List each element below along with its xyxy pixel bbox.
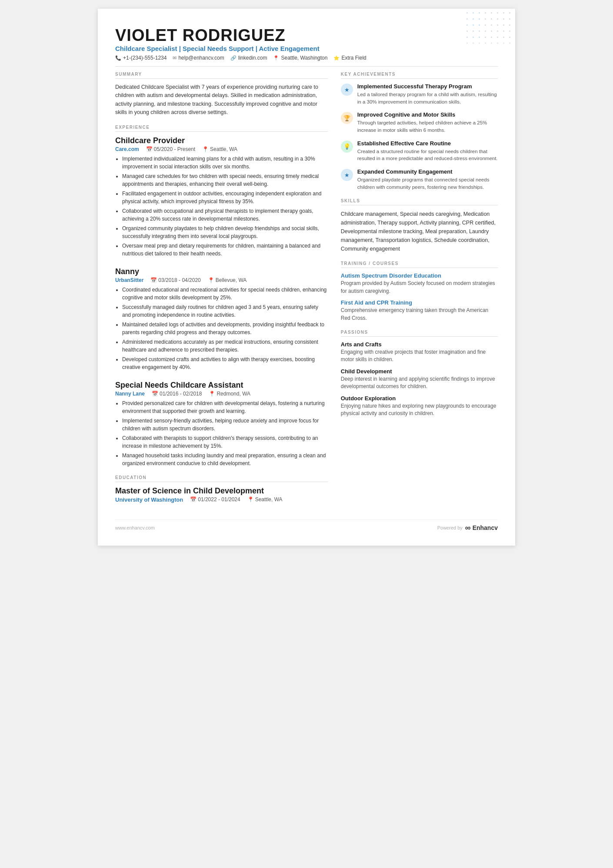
job-1-bullets: Implemented individualized learning plan… (115, 155, 328, 258)
achievement-4-icon: ★ (341, 169, 353, 181)
job-3: Special Needs Childcare Assistant Nanny … (115, 381, 328, 467)
job-1: Childcare Provider Care.com 📅 05/2020 - … (115, 136, 328, 258)
resume-page: VIOLET RODRIGUEZ Childcare Specialist | … (98, 9, 515, 546)
skills-text: Childcare management, Special needs care… (341, 210, 498, 253)
achievement-4-content: Expanded Community Engagement Organized … (357, 168, 498, 191)
edu-dates: 📅 01/2022 - 01/2024 (190, 496, 240, 503)
summary-section: SUMMARY Dedicated Childcare Specialist w… (115, 72, 328, 117)
training-2-title: First Aid and CPR Training (341, 299, 498, 306)
achievement-3-icon: 💡 (341, 141, 353, 153)
bullet: Developed customized crafts and activiti… (122, 355, 328, 371)
skills-title: SKILLS (341, 198, 498, 205)
summary-text: Dedicated Childcare Specialist with 7 ye… (115, 83, 328, 117)
passion-2-title: Child Development (341, 368, 498, 375)
bullet: Managed household tasks including laundr… (122, 452, 328, 467)
degree-title: Master of Science in Child Development (115, 486, 328, 496)
loc-icon-1: 📍 (202, 146, 209, 152)
achievement-4-desc: Organized playdate programs that connect… (357, 176, 498, 191)
bullet: Successfully managed daily routines for … (122, 303, 328, 319)
education-section: EDUCATION Master of Science in Child Dev… (115, 475, 328, 503)
job-1-dates: 📅 05/2020 - Present (146, 146, 195, 152)
header: VIOLET RODRIGUEZ Childcare Specialist | … (115, 26, 498, 61)
candidate-title: Childcare Specialist | Special Needs Sup… (115, 45, 498, 52)
email-icon: ✉ (173, 55, 177, 61)
job-2-meta: UrbanSitter 📅 03/2018 - 04/2020 📍 Bellev… (115, 277, 328, 283)
achievements-section: KEY ACHIEVEMENTS ★ Implemented Successfu… (341, 72, 498, 191)
achievement-2: 🏆 Improved Cognitive and Motor Skills Th… (341, 111, 498, 134)
passion-1-title: Arts and Crafts (341, 341, 498, 348)
passion-2-desc: Deep interest in learning and applying s… (341, 375, 498, 391)
experience-section: EXPERIENCE Childcare Provider Care.com 📅… (115, 125, 328, 467)
job-3-meta: Nanny Lane 📅 01/2016 - 02/2018 📍 Redmond… (115, 391, 328, 397)
passions-title: PASSIONS (341, 330, 498, 337)
achievement-1: ★ Implemented Successful Therapy Program… (341, 83, 498, 105)
location-icon: 📍 (273, 55, 279, 61)
achievement-3-desc: Created a structured routine for special… (357, 148, 498, 162)
job-2: Nanny UrbanSitter 📅 03/2018 - 04/2020 📍 … (115, 267, 328, 371)
right-column: KEY ACHIEVEMENTS ★ Implemented Successfu… (341, 72, 498, 511)
bullet: Managed care schedules for two children … (122, 172, 328, 188)
achievement-1-icon: ★ (341, 84, 353, 96)
achievement-2-desc: Through targeted activities, helped chil… (357, 119, 498, 134)
achievement-2-title: Improved Cognitive and Motor Skills (357, 111, 498, 118)
candidate-name: VIOLET RODRIGUEZ (115, 26, 498, 45)
bullet: Collaborated with occupational and physi… (122, 207, 328, 223)
bullet: Collaborated with therapists to support … (122, 434, 328, 450)
summary-title: SUMMARY (115, 72, 328, 79)
achievement-2-icon: 🏆 (341, 112, 353, 124)
job-2-title: Nanny (115, 267, 328, 276)
achievement-3: 💡 Established Effective Care Routine Cre… (341, 140, 498, 162)
job-2-location: 📍 Bellevue, WA (208, 277, 247, 283)
edu-meta: University of Washington 📅 01/2022 - 01/… (115, 496, 328, 503)
extra-icon: ⭐ (333, 55, 340, 61)
job-3-location: 📍 Redmond, WA (209, 391, 250, 397)
training-1: Autism Spectrum Disorder Education Progr… (341, 272, 498, 295)
achievement-1-title: Implemented Successful Therapy Program (357, 83, 498, 90)
brand-name: Enhancv (473, 524, 498, 531)
left-column: SUMMARY Dedicated Childcare Specialist w… (115, 72, 328, 511)
training-1-title: Autism Spectrum Disorder Education (341, 272, 498, 279)
job-2-company: UrbanSitter (115, 277, 143, 283)
bullet: Facilitated engagement in outdoor activi… (122, 190, 328, 205)
passion-2: Child Development Deep interest in learn… (341, 368, 498, 391)
calendar-icon-2: 📅 (150, 277, 157, 283)
contact-email: ✉ help@enhancv.com (173, 55, 224, 61)
achievement-4: ★ Expanded Community Engagement Organize… (341, 168, 498, 191)
powered-by-text: Powered by (437, 525, 463, 530)
location-text: Seattle, Washington (281, 55, 327, 61)
edu-location: 📍 Seattle, WA (247, 496, 283, 503)
bullet: Oversaw meal prep and dietary requiremen… (122, 242, 328, 258)
main-layout: SUMMARY Dedicated Childcare Specialist w… (115, 72, 498, 511)
footer: www.enhancv.com Powered by ∞ Enhancv (115, 519, 498, 533)
loc-icon-2: 📍 (208, 277, 214, 283)
loc-icon-edu: 📍 (247, 496, 254, 503)
passion-3-desc: Enjoying nature hikes and exploring new … (341, 402, 498, 418)
decorative-dots (463, 9, 515, 44)
job-1-title: Childcare Provider (115, 136, 328, 145)
training-1-desc: Program provided by Autism Society focus… (341, 280, 498, 295)
achievement-1-content: Implemented Successful Therapy Program L… (357, 83, 498, 105)
email-text: help@enhancv.com (178, 55, 224, 61)
bullet: Administered medications accurately as p… (122, 338, 328, 354)
edu-school: University of Washington (115, 496, 183, 503)
contact-extra: ⭐ Extra Field (333, 55, 366, 61)
loc-icon-3: 📍 (209, 391, 215, 397)
bullet: Provided personalized care for children … (122, 399, 328, 415)
contact-location: 📍 Seattle, Washington (273, 55, 327, 61)
calendar-icon-1: 📅 (146, 146, 153, 152)
phone-icon: 📞 (115, 55, 121, 61)
linkedin-icon: 🔗 (230, 55, 237, 61)
passion-1: Arts and Crafts Engaging with creative p… (341, 341, 498, 364)
linkedin-text: linkedin.com (238, 55, 267, 61)
calendar-icon-3: 📅 (152, 391, 158, 397)
job-1-meta: Care.com 📅 05/2020 - Present 📍 Seattle, … (115, 146, 328, 152)
job-3-bullets: Provided personalized care for children … (115, 399, 328, 467)
contact-bar: 📞 +1-(234)-555-1234 ✉ help@enhancv.com 🔗… (115, 55, 498, 61)
job-1-company: Care.com (115, 146, 139, 152)
skills-section: SKILLS Childcare management, Special nee… (341, 198, 498, 253)
education-title: EDUCATION (115, 475, 328, 482)
brand-logo-icon: ∞ (465, 523, 470, 533)
training-title: TRAINING / COURSES (341, 261, 498, 268)
passion-3: Outdoor Exploration Enjoying nature hike… (341, 395, 498, 418)
achievement-2-content: Improved Cognitive and Motor Skills Thro… (357, 111, 498, 134)
